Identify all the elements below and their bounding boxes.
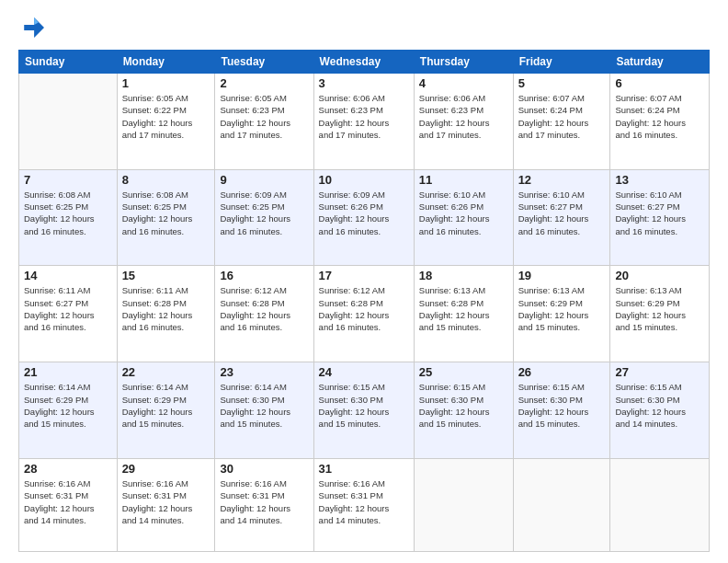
day-info: Sunrise: 6:07 AM Sunset: 6:24 PM Dayligh… (615, 92, 704, 141)
calendar-cell: 15Sunrise: 6:11 AM Sunset: 6:28 PM Dayli… (117, 266, 215, 362)
day-number: 7 (24, 173, 112, 187)
calendar-cell: 27Sunrise: 6:15 AM Sunset: 6:30 PM Dayli… (610, 362, 710, 459)
day-number: 25 (419, 365, 508, 379)
day-info: Sunrise: 6:14 AM Sunset: 6:29 PM Dayligh… (24, 381, 112, 430)
day-number: 4 (419, 76, 508, 90)
day-info: Sunrise: 6:06 AM Sunset: 6:23 PM Dayligh… (419, 92, 508, 141)
day-info: Sunrise: 6:15 AM Sunset: 6:30 PM Dayligh… (319, 381, 409, 430)
day-info: Sunrise: 6:08 AM Sunset: 6:25 PM Dayligh… (122, 189, 210, 237)
calendar-cell: 30Sunrise: 6:16 AM Sunset: 6:31 PM Dayli… (215, 458, 313, 551)
calendar-cell (19, 74, 118, 170)
calendar-cell: 12Sunrise: 6:10 AM Sunset: 6:27 PM Dayli… (513, 169, 610, 266)
day-number: 3 (319, 76, 409, 90)
calendar-cell: 31Sunrise: 6:16 AM Sunset: 6:31 PM Dayli… (313, 458, 414, 551)
calendar-cell: 6Sunrise: 6:07 AM Sunset: 6:24 PM Daylig… (610, 74, 710, 170)
logo (18, 15, 48, 40)
day-number: 19 (518, 269, 606, 282)
day-info: Sunrise: 6:11 AM Sunset: 6:27 PM Dayligh… (24, 284, 112, 333)
calendar-cell (513, 458, 610, 551)
calendar-cell: 13Sunrise: 6:10 AM Sunset: 6:27 PM Dayli… (610, 169, 710, 266)
calendar-cell: 9Sunrise: 6:09 AM Sunset: 6:25 PM Daylig… (215, 169, 313, 266)
calendar-cell: 17Sunrise: 6:12 AM Sunset: 6:28 PM Dayli… (313, 266, 414, 362)
calendar-week-row: 21Sunrise: 6:14 AM Sunset: 6:29 PM Dayli… (19, 362, 710, 459)
calendar-cell: 4Sunrise: 6:06 AM Sunset: 6:23 PM Daylig… (414, 74, 513, 170)
calendar-cell: 16Sunrise: 6:12 AM Sunset: 6:28 PM Dayli… (215, 266, 313, 362)
day-info: Sunrise: 6:10 AM Sunset: 6:27 PM Dayligh… (518, 189, 606, 237)
logo-icon (18, 15, 44, 40)
calendar-cell: 8Sunrise: 6:08 AM Sunset: 6:25 PM Daylig… (117, 169, 215, 266)
day-info: Sunrise: 6:05 AM Sunset: 6:22 PM Dayligh… (122, 92, 210, 141)
day-number: 21 (24, 365, 112, 379)
calendar-cell: 5Sunrise: 6:07 AM Sunset: 6:24 PM Daylig… (513, 74, 610, 170)
day-info: Sunrise: 6:12 AM Sunset: 6:28 PM Dayligh… (220, 284, 308, 333)
day-number: 28 (24, 462, 112, 476)
day-number: 27 (615, 365, 704, 379)
header (18, 15, 710, 40)
weekday-header-thursday: Thursday (414, 51, 513, 74)
day-info: Sunrise: 6:15 AM Sunset: 6:30 PM Dayligh… (419, 381, 508, 430)
weekday-header-monday: Monday (117, 51, 215, 74)
day-info: Sunrise: 6:14 AM Sunset: 6:29 PM Dayligh… (122, 381, 210, 430)
day-number: 22 (122, 365, 210, 379)
day-number: 23 (220, 365, 308, 379)
calendar-week-row: 14Sunrise: 6:11 AM Sunset: 6:27 PM Dayli… (19, 266, 710, 362)
calendar-table: SundayMondayTuesdayWednesdayThursdayFrid… (18, 50, 710, 552)
calendar-cell: 18Sunrise: 6:13 AM Sunset: 6:28 PM Dayli… (414, 266, 513, 362)
calendar-cell: 21Sunrise: 6:14 AM Sunset: 6:29 PM Dayli… (19, 362, 118, 459)
day-info: Sunrise: 6:06 AM Sunset: 6:23 PM Dayligh… (319, 92, 409, 141)
day-number: 15 (122, 269, 210, 282)
day-info: Sunrise: 6:15 AM Sunset: 6:30 PM Dayligh… (518, 381, 606, 430)
day-number: 29 (122, 462, 210, 476)
calendar-cell: 1Sunrise: 6:05 AM Sunset: 6:22 PM Daylig… (117, 74, 215, 170)
day-info: Sunrise: 6:14 AM Sunset: 6:30 PM Dayligh… (220, 381, 308, 430)
day-number: 26 (518, 365, 606, 379)
day-info: Sunrise: 6:16 AM Sunset: 6:31 PM Dayligh… (122, 477, 210, 526)
day-info: Sunrise: 6:13 AM Sunset: 6:28 PM Dayligh… (419, 284, 508, 333)
day-info: Sunrise: 6:10 AM Sunset: 6:26 PM Dayligh… (419, 189, 508, 237)
page: SundayMondayTuesdayWednesdayThursdayFrid… (0, 0, 728, 563)
day-number: 9 (220, 173, 308, 187)
day-info: Sunrise: 6:16 AM Sunset: 6:31 PM Dayligh… (220, 477, 308, 526)
day-number: 5 (518, 76, 606, 90)
calendar-cell: 24Sunrise: 6:15 AM Sunset: 6:30 PM Dayli… (313, 362, 414, 459)
day-number: 13 (615, 173, 704, 187)
day-number: 16 (220, 269, 308, 282)
day-info: Sunrise: 6:11 AM Sunset: 6:28 PM Dayligh… (122, 284, 210, 333)
day-number: 11 (419, 173, 508, 187)
day-info: Sunrise: 6:05 AM Sunset: 6:23 PM Dayligh… (220, 92, 308, 141)
day-number: 1 (122, 76, 210, 90)
day-number: 17 (319, 269, 409, 282)
day-number: 8 (122, 173, 210, 187)
calendar-cell: 3Sunrise: 6:06 AM Sunset: 6:23 PM Daylig… (313, 74, 414, 170)
day-number: 6 (615, 76, 704, 90)
calendar-cell: 28Sunrise: 6:16 AM Sunset: 6:31 PM Dayli… (19, 458, 118, 551)
weekday-header-friday: Friday (513, 51, 610, 74)
day-info: Sunrise: 6:09 AM Sunset: 6:26 PM Dayligh… (319, 189, 409, 237)
calendar-cell: 20Sunrise: 6:13 AM Sunset: 6:29 PM Dayli… (610, 266, 710, 362)
day-info: Sunrise: 6:09 AM Sunset: 6:25 PM Dayligh… (220, 189, 308, 237)
calendar-cell: 10Sunrise: 6:09 AM Sunset: 6:26 PM Dayli… (313, 169, 414, 266)
weekday-header-wednesday: Wednesday (313, 51, 414, 74)
calendar-cell: 22Sunrise: 6:14 AM Sunset: 6:29 PM Dayli… (117, 362, 215, 459)
day-number: 14 (24, 269, 112, 282)
calendar-cell (610, 458, 710, 551)
weekday-header-sunday: Sunday (19, 51, 118, 74)
calendar-cell: 11Sunrise: 6:10 AM Sunset: 6:26 PM Dayli… (414, 169, 513, 266)
day-number: 30 (220, 462, 308, 476)
day-info: Sunrise: 6:08 AM Sunset: 6:25 PM Dayligh… (24, 189, 112, 237)
day-number: 18 (419, 269, 508, 282)
calendar-cell: 2Sunrise: 6:05 AM Sunset: 6:23 PM Daylig… (215, 74, 313, 170)
weekday-header-saturday: Saturday (610, 51, 710, 74)
day-info: Sunrise: 6:13 AM Sunset: 6:29 PM Dayligh… (615, 284, 704, 333)
calendar-cell: 29Sunrise: 6:16 AM Sunset: 6:31 PM Dayli… (117, 458, 215, 551)
day-info: Sunrise: 6:13 AM Sunset: 6:29 PM Dayligh… (518, 284, 606, 333)
day-number: 2 (220, 76, 308, 90)
calendar-cell: 25Sunrise: 6:15 AM Sunset: 6:30 PM Dayli… (414, 362, 513, 459)
calendar-cell (414, 458, 513, 551)
calendar-cell: 23Sunrise: 6:14 AM Sunset: 6:30 PM Dayli… (215, 362, 313, 459)
day-number: 20 (615, 269, 704, 282)
day-number: 24 (319, 365, 409, 379)
calendar-cell: 14Sunrise: 6:11 AM Sunset: 6:27 PM Dayli… (19, 266, 118, 362)
calendar-week-row: 7Sunrise: 6:08 AM Sunset: 6:25 PM Daylig… (19, 169, 710, 266)
weekday-header-tuesday: Tuesday (215, 51, 313, 74)
